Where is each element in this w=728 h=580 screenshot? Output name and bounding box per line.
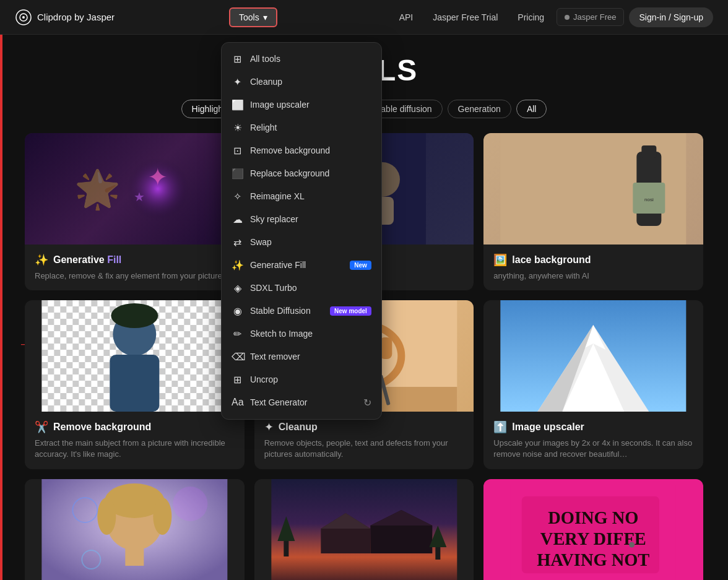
card-text-remover[interactable]: DOING NO VERY DIFFE HAVING NOT 🔤 Text re… [483,479,703,580]
dropdown-label: SDXL Turbo [250,283,371,293]
dropdown-label: Reimagine XL [250,191,371,201]
svg-point-62 [629,542,635,547]
dropdown-item-relight[interactable]: ☀ Relight [222,116,381,139]
card-desc: Replace, remove & fix any element from y… [35,271,235,282]
navbar-right: API Jasper Free Trial Pricing Jasper Fre… [392,7,713,27]
dropdown-item-remove-background[interactable]: ⊡ Remove background [222,139,381,162]
dropdown-label: All tools [250,54,371,64]
card-body: ✦ Cleanup Remove objects, people, text a… [254,412,474,469]
dropdown-label: Swap [250,237,371,247]
card-body: ✂️ Remove background Extract the main su… [25,412,245,469]
upscaler-icon: ⬜ [232,99,244,111]
dropdown-item-all-tools[interactable]: ⊞ All tools [222,48,381,71]
logo-text: Clipdrop by Jasper [37,12,115,22]
card-title: Cleanup [279,422,318,433]
text-remover-preview: DOING NO VERY DIFFE HAVING NOT [490,485,697,580]
card-title-row: ✨ Generative Fill [35,253,235,267]
chevron-down-icon: ▾ [263,12,267,22]
api-button[interactable]: API [392,9,421,26]
card-sky-replacer[interactable]: ☁️ Sky replacer Replace gray sky with bl… [254,479,474,580]
card-body: ✨ Generative Fill Replace, remove & fix … [25,245,245,290]
dropdown-item-generative-fill[interactable]: ✨ Generative Fill New [222,254,381,277]
dropdown-label: Remove background [250,145,371,155]
dropdown-item-cleanup[interactable]: ✦ Cleanup [222,71,381,93]
upscaler-card-icon: ⬆️ [493,420,507,434]
card-body: ⬆️ Image upscaler Upscale your images by… [483,412,703,469]
tab-generation[interactable]: Generation [448,100,511,118]
svg-text:nosi: nosi [644,197,654,202]
tools-dropdown-menu: ⊞ All tools ✦ Cleanup ⬜ Image upscaler ☀… [221,42,382,420]
cleanup-icon: ✦ [232,76,244,88]
dropdown-item-sky-replacer[interactable]: ☁ Sky replacer [222,208,381,231]
remove-bg-icon: ✂️ [35,420,48,434]
stable-diff-icon: ◉ [232,305,244,317]
card-title-row: ⬆️ Image upscaler [493,420,693,434]
card-replace-background[interactable]: nosi .coz 🖼️ lace background anything, a… [483,133,703,290]
sketch-icon: ✏ [232,328,244,340]
svg-text:✦: ✦ [147,163,168,191]
dropdown-item-sketch-to-image[interactable]: ✏ Sketch to Image [222,322,381,345]
replace-bg-preview: nosi .coz [483,133,703,245]
dropdown-label: Generative Fill [250,260,344,270]
new-badge: New [350,261,371,270]
card-generative-fill[interactable]: ✦ ★ ✨ Generative Fill Replace, remove & … [25,133,245,290]
card-remove-background[interactable]: ✂️ Remove background Extract the main su… [25,300,245,469]
svg-point-43 [153,498,171,535]
dropdown-item-image-upscaler[interactable]: ⬜ Image upscaler [222,93,381,116]
dropdown-item-reimagine-xl[interactable]: ✧ Reimagine XL [222,185,381,208]
relight-icon: ☀ [232,122,244,134]
dropdown-item-stable-diffusion[interactable]: ◉ Stable Diffusion New model [222,300,381,322]
card-relight[interactable]: 💡 Relight Relight your images with beaut… [25,479,245,580]
svg-text:DOING NO: DOING NO [548,508,639,527]
navbar-logo-section: Clipdrop by Jasper [15,9,115,26]
jasper-trial-button[interactable]: Jasper Free Trial [425,9,505,26]
replace-bg-icon: ⬛ [232,168,244,180]
card-title: Image upscaler [512,422,584,433]
relight-preview [25,479,245,580]
dropdown-item-sdxl-turbo[interactable]: ◈ SDXL Turbo [222,277,381,300]
clipdrop-logo-icon [15,9,32,26]
tools-dropdown-container: Tools ▾ ⊞ All tools ✦ Cleanup ⬜ Image up… [229,7,277,27]
dropdown-item-swap[interactable]: ⇄ Swap [222,231,381,254]
uncrop-icon: ⊞ [232,374,244,386]
card-title: lace background [512,254,591,266]
dropdown-label: Cleanup [250,77,371,87]
tools-button[interactable]: Tools ▾ [229,7,277,27]
navbar: Clipdrop by Jasper Tools ▾ ⊞ All tools ✦… [0,0,728,35]
remove-bg-icon: ⊡ [232,145,244,157]
dropdown-item-uncrop[interactable]: ⊞ Uncrop [222,368,381,391]
tools-label: Tools [239,12,259,22]
svg-rect-26 [110,355,159,412]
remove-bg-preview [25,300,245,412]
card-title-row: ✦ Cleanup [264,420,464,434]
card-title: Generative Fill [53,254,121,266]
new-model-badge: New model [330,306,371,316]
gen-fill-icon: ✨ [232,259,244,271]
text-gen-icon: Aa [232,397,244,408]
card-desc: Extract the main subject from a picture … [35,438,235,460]
dropdown-item-text-generator[interactable]: Aa Text Generator ↻ [222,391,381,414]
card-image-upscaler[interactable]: ⬆️ Image upscaler Upscale your images by… [483,300,703,469]
signin-button[interactable]: Sign-in / Sign-up [629,7,713,27]
dropdown-label: Text Generator [250,397,357,407]
highlight-word: Fill [107,254,121,265]
dropdown-label: Relight [250,123,371,132]
svg-rect-15 [642,145,657,158]
tab-all[interactable]: All [516,100,547,118]
dropdown-item-replace-background[interactable]: ⬛ Replace background [222,162,381,185]
card-image-text-remover: DOING NO VERY DIFFE HAVING NOT [483,479,703,580]
card-image-replace-background: nosi .coz [483,133,703,245]
dropdown-item-text-remover[interactable]: ⌫ Text remover [222,345,381,368]
card-image-upscaler [483,300,703,412]
jasper-dot-icon [565,15,570,20]
card-image-sky-replacer [254,479,474,580]
svg-point-27 [111,303,158,328]
dropdown-label: Image upscaler [250,100,371,110]
card-image-generative-fill: ✦ ★ [25,133,245,245]
jasper-free-badge: Jasper Free [557,8,624,26]
jasper-free-label: Jasper Free [573,12,616,22]
card-desc: Upscale your images by 2x or 4x in secon… [493,438,693,460]
sdxl-icon: ◈ [232,282,244,294]
pricing-button[interactable]: Pricing [510,9,552,26]
card-title-row: ✂️ Remove background [35,420,235,434]
